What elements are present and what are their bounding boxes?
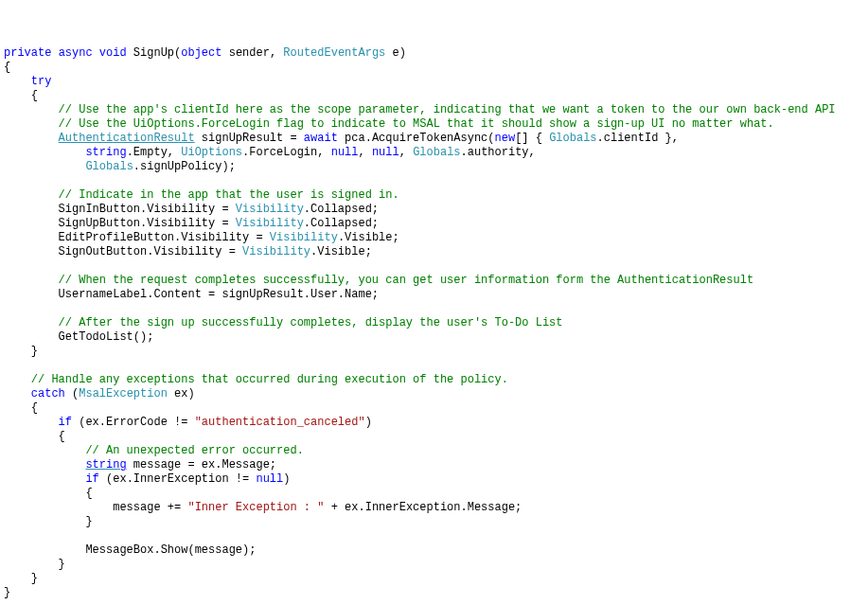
code-line: Globals.signUpPolicy);: [4, 160, 236, 173]
text: .signUpPolicy);: [133, 160, 236, 173]
type: Visibility: [270, 231, 338, 244]
text: EditProfileButton.Visibility =: [59, 231, 270, 244]
text: [4, 245, 59, 258]
identifier: SignUp(: [127, 46, 182, 60]
text: .Visible;: [310, 245, 372, 258]
text: (ex.ErrorCode !=: [72, 416, 195, 429]
code-line: SignUpButton.Visibility = Visibility.Col…: [4, 217, 379, 230]
keyword: void: [99, 46, 127, 60]
code-line: {: [4, 401, 38, 415]
code-line: message += "Inner Exception : " + ex.Inn…: [4, 501, 522, 514]
text: .Collapsed;: [304, 217, 379, 230]
text: + ex.InnerException.Message;: [324, 501, 522, 514]
text: .authority,: [461, 146, 536, 159]
type: UiOptions: [181, 146, 242, 159]
keyword: if: [85, 472, 98, 486]
text: .Empty,: [127, 146, 182, 159]
code-line: if (ex.ErrorCode != "authentication_canc…: [4, 416, 372, 429]
code-line: }: [4, 586, 10, 599]
text: pca.AcquireTokenAsync(: [338, 132, 495, 145]
code-line: }: [4, 572, 38, 585]
text: ,: [399, 146, 413, 159]
keyword: async: [59, 46, 93, 60]
code-line: {: [4, 61, 10, 74]
code-line: {: [4, 89, 38, 102]
code-line: {: [4, 487, 93, 500]
type: Globals: [413, 146, 460, 159]
text: [4, 146, 85, 159]
comment: // Handle any exceptions that occurred d…: [4, 373, 508, 386]
text: e): [385, 46, 406, 60]
code-line: EditProfileButton.Visibility = Visibilit…: [4, 231, 399, 244]
text: [4, 132, 59, 145]
text: (ex.InnerException !=: [99, 472, 257, 486]
code-line: AuthenticationResult signUpResult = awai…: [4, 132, 679, 145]
comment: // After the sign up successfully comple…: [4, 316, 563, 329]
keyword: private: [4, 46, 51, 60]
text: .clientId },: [597, 132, 679, 145]
code-line: if (ex.InnerException != null): [4, 472, 290, 486]
text: [4, 472, 85, 486]
code-line: GetTodoList();: [4, 330, 153, 344]
text: message +=: [113, 501, 187, 514]
keyword: object: [181, 46, 221, 60]
text: SignUpButton.Visibility =: [59, 217, 236, 230]
keyword: catch: [31, 387, 65, 400]
text: message = ex.Message;: [127, 458, 276, 472]
text: [4, 217, 59, 230]
text: (: [65, 387, 79, 400]
string-literal: "Inner Exception : ": [187, 501, 324, 514]
keyword: null: [372, 146, 399, 159]
text: .Visible;: [338, 231, 399, 244]
code-line: catch (MsalException ex): [4, 387, 195, 400]
keyword: string: [85, 146, 126, 159]
code-line: UsernameLabel.Content = signUpResult.Use…: [4, 288, 379, 301]
text: SignInButton.Visibility =: [59, 203, 236, 216]
string-literal: "authentication_canceled": [195, 416, 365, 429]
code-line: }: [4, 515, 93, 528]
text: .Collapsed;: [304, 203, 379, 216]
type: MsalException: [79, 387, 168, 400]
code-line: MessageBox.Show(message);: [4, 543, 256, 557]
text: [4, 416, 59, 429]
code-line: SignOutButton.Visibility = Visibility.Vi…: [4, 245, 372, 258]
code-line: SignInButton.Visibility = Visibility.Col…: [4, 203, 379, 216]
type: Visibility: [236, 203, 304, 216]
type: Visibility: [242, 245, 310, 258]
text: ex): [168, 387, 195, 400]
code-line: string.Empty, UiOptions.ForceLogin, null…: [4, 146, 536, 159]
keyword: new: [495, 132, 516, 145]
text: [4, 458, 85, 472]
type: AuthenticationResult: [59, 132, 195, 145]
text: ,: [359, 146, 372, 159]
text: [4, 203, 59, 216]
text: signUpResult =: [195, 132, 304, 145]
code-line: string message = ex.Message;: [4, 458, 276, 472]
text: [4, 231, 59, 244]
text: [4, 387, 31, 400]
code-line: }: [4, 558, 65, 571]
keyword: await: [304, 132, 338, 145]
text: [] {: [515, 132, 549, 145]
keyword: string: [85, 458, 126, 472]
text: ): [365, 416, 372, 429]
keyword: if: [59, 416, 72, 429]
keyword: null: [256, 472, 283, 486]
comment: // Use the app's clientId here as the sc…: [4, 103, 836, 116]
text: [4, 160, 85, 173]
text: [4, 501, 113, 514]
text: SignOutButton.Visibility =: [59, 245, 242, 258]
text: .ForceLogin,: [242, 146, 331, 159]
type: Globals: [85, 160, 133, 173]
text: sender,: [221, 46, 283, 60]
code-line: {: [4, 430, 65, 443]
code-block: private async void SignUp(object sender,…: [4, 46, 864, 600]
code-line: }: [4, 345, 38, 358]
type: Visibility: [236, 217, 304, 230]
comment: // An unexpected error occurred.: [4, 444, 304, 457]
comment: // Use the UiOptions.ForceLogin flag to …: [4, 117, 774, 131]
keyword: null: [331, 146, 359, 159]
code-line: private async void SignUp(object sender,…: [4, 46, 406, 60]
comment: // When the request completes successful…: [4, 274, 753, 287]
keyword: try: [31, 75, 52, 88]
